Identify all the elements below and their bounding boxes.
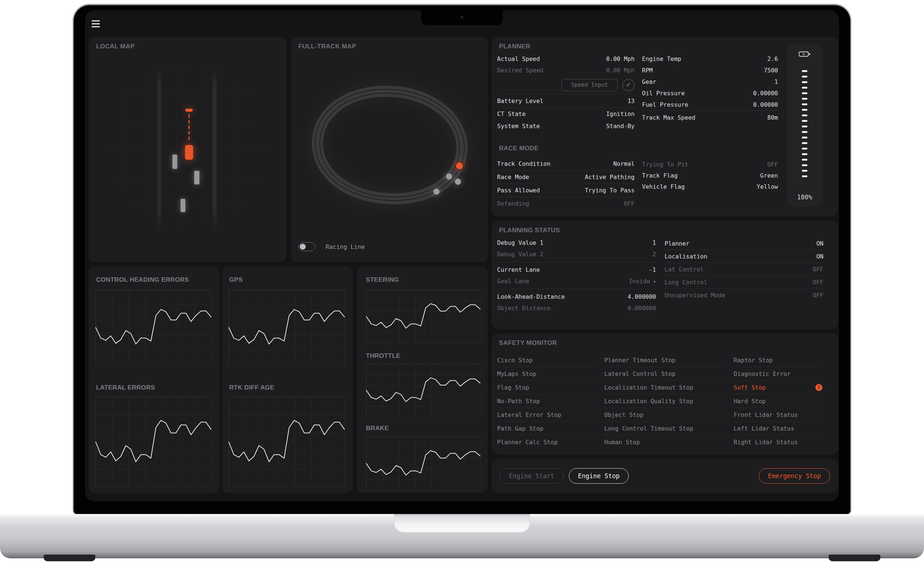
data-row: Desired Speed0.00 Mph xyxy=(497,64,634,76)
errors-chart-panel: CONTROL HEADING ERRORS LATERAL ERRORS xyxy=(89,267,219,493)
safety-item: Diagnostic Error xyxy=(734,367,822,381)
data-row: Vehicle FlagYellow xyxy=(642,181,778,192)
safety-item: Planner Timeout Stop xyxy=(604,353,723,367)
planner-panel: PLANNER Actual Speed0.00 Mph Desired Spe… xyxy=(492,37,838,217)
local-map-panel: LOCAL MAP xyxy=(89,37,286,262)
opponent-vehicle xyxy=(180,199,186,212)
menu-icon[interactable] xyxy=(92,20,101,29)
chart-gps xyxy=(228,290,345,366)
data-row: Track ConditionNormal xyxy=(497,157,634,170)
laptop-foot xyxy=(829,555,880,561)
laptop-screen: LOCAL MAP FULL-TRACK MAP xyxy=(72,4,852,514)
laptop-base xyxy=(0,514,924,558)
battery-percent: 100% xyxy=(787,193,822,201)
safety-item: Localization Timeout Stop xyxy=(604,381,723,395)
safety-item: Hard Stop xyxy=(734,395,822,408)
chart-title: THROTTLE xyxy=(366,352,400,360)
data-row: Object Distance0.000000 xyxy=(497,302,656,314)
safety-item: Lateral Control Stop xyxy=(604,367,723,381)
safety-item: Lateral Error Stop xyxy=(497,408,594,422)
camera-notch xyxy=(421,10,503,25)
safety-monitor-panel: SAFETY MONITOR Cisco Stop MyLaps Stop Fl… xyxy=(492,333,838,454)
safety-item: Object Stop xyxy=(604,408,723,422)
data-row: Look-Ahead-Distance4.000000 xyxy=(497,291,656,302)
dashboard: LOCAL MAP FULL-TRACK MAP xyxy=(85,10,839,501)
section-title: PLANNING STATUS xyxy=(499,227,560,234)
safety-item: Cisco Stop xyxy=(497,353,594,367)
data-row: Engine Temp2.6 xyxy=(642,53,778,64)
safety-item: Front Lidar Status xyxy=(734,408,822,422)
safety-item: Raptor Stop xyxy=(734,353,822,367)
track-map-canvas xyxy=(291,37,488,262)
track-outline xyxy=(308,78,472,212)
local-map-canvas xyxy=(89,37,286,262)
data-row: Race ModeActive Pathing xyxy=(497,170,634,184)
emergency-stop-button[interactable]: Emergency Stop xyxy=(759,468,830,484)
opponent-dot xyxy=(454,178,461,185)
action-bar: Engine Start Engine Stop Emergency Stop xyxy=(492,459,838,493)
data-row: Track Max Speed80m xyxy=(642,111,778,124)
safety-item: No-Path Stop xyxy=(497,395,594,408)
safety-item: Right Lidar Status xyxy=(734,435,822,449)
laptop-foot xyxy=(44,555,95,561)
check-circle-icon[interactable]: ✓ xyxy=(622,79,634,91)
safety-item-soft-stop: Soft Stop xyxy=(734,381,822,395)
gps-chart-panel: GPS RTK DIFF AGE xyxy=(222,267,353,493)
engine-stop-button[interactable]: Engine Stop xyxy=(569,468,629,484)
data-row: Current Lane-1 xyxy=(497,264,656,275)
goal-marker xyxy=(185,109,193,112)
engine-start-button[interactable]: Engine Start xyxy=(500,468,564,484)
racing-line-label: Racing Line xyxy=(326,243,365,250)
data-row: CT StateIgnition xyxy=(497,108,634,120)
chart-title: GPS xyxy=(229,276,243,284)
chart-control-heading-errors xyxy=(95,290,212,366)
section-title: RACE MODE xyxy=(499,145,539,152)
data-row: Debug Value 11 xyxy=(497,237,656,248)
data-row: Fuel Pressure0.00000 xyxy=(642,99,778,111)
data-row: Gear1 xyxy=(642,76,778,88)
safety-item: Flag Stop xyxy=(497,381,594,395)
chart-lateral-errors xyxy=(95,396,212,487)
data-row: RPM7500 xyxy=(642,64,778,76)
data-row: Oil Pressure0.00000 xyxy=(642,88,778,99)
battery-gauge: 100% xyxy=(787,43,822,207)
opponent-dot xyxy=(446,173,452,180)
camera-icon xyxy=(460,15,465,19)
chart-brake xyxy=(366,436,480,490)
chart-throttle xyxy=(366,364,480,417)
laptop-mockup: LOCAL MAP FULL-TRACK MAP xyxy=(0,0,924,562)
ego-vehicle xyxy=(185,145,193,160)
data-row: Unsupervised ModeOFF xyxy=(664,289,824,302)
alert-circle-icon xyxy=(815,384,822,391)
chart-steering xyxy=(366,290,480,344)
laptop-thumb-scoop xyxy=(394,514,530,532)
data-row: Long ControlOFF xyxy=(664,276,824,289)
opponent-dot xyxy=(433,188,440,195)
data-row: Battery Level13 xyxy=(497,94,634,108)
safety-item: Left Lidar Status xyxy=(734,422,822,435)
opponent-vehicle xyxy=(194,170,200,185)
chart-title: RTK DIFF AGE xyxy=(229,384,274,392)
data-row: LocalisationON xyxy=(664,250,824,263)
battery-charging-icon xyxy=(799,51,810,57)
safety-item: Path Gap Stop xyxy=(497,422,594,435)
chart-title: CONTROL HEADING ERRORS xyxy=(96,276,189,284)
data-row: Track FlagGreen xyxy=(642,170,778,181)
chart-rtk-diff-age xyxy=(228,396,345,487)
safety-item: Localization Quality Stop xyxy=(604,395,723,408)
data-row: System StateStand-By xyxy=(497,120,634,132)
speed-input[interactable] xyxy=(561,79,618,91)
section-title: SAFETY MONITOR xyxy=(499,339,557,347)
chart-title: STEERING xyxy=(366,276,399,284)
opponent-vehicle xyxy=(172,154,177,169)
data-row: Lat ControlOFF xyxy=(664,263,824,276)
toggle-knob xyxy=(300,244,306,250)
battery-segments xyxy=(802,70,808,177)
goal-lane-select[interactable]: Goal Lane Inside xyxy=(497,275,656,287)
data-row: DefendingOFF xyxy=(497,197,634,210)
racing-line-toggle[interactable] xyxy=(298,242,315,251)
section-title: PLANNER xyxy=(499,43,530,50)
ego-dot xyxy=(456,162,463,169)
safety-item: Planner Calc Stop xyxy=(497,435,594,449)
full-track-map-panel: FULL-TRACK MAP xyxy=(291,37,488,262)
